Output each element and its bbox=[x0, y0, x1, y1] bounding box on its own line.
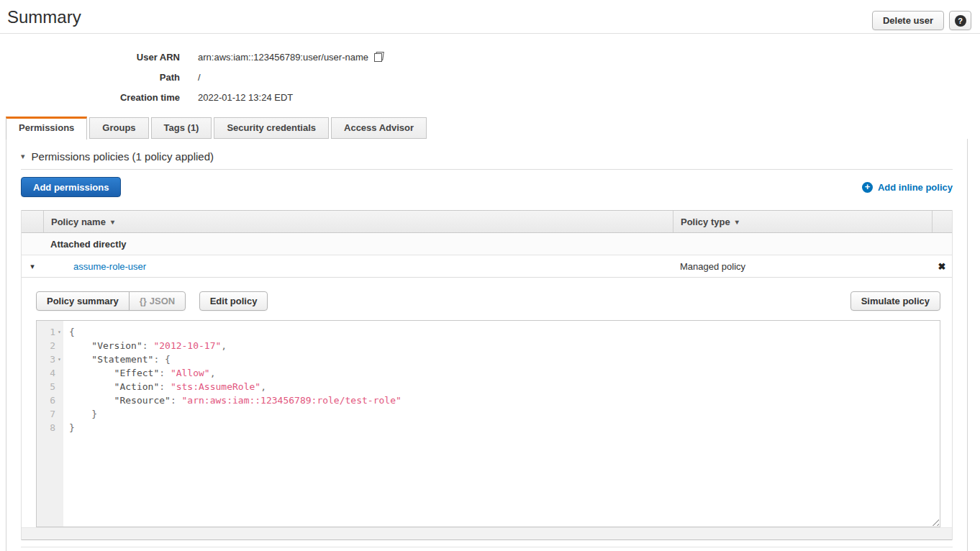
plus-circle-icon: + bbox=[862, 182, 873, 193]
code-line: "Resource": "arn:aws:iam::123456789:role… bbox=[69, 393, 940, 407]
help-icon: ? bbox=[955, 15, 966, 27]
delete-user-button[interactable]: Delete user bbox=[872, 11, 944, 30]
fold-caret-icon[interactable]: ▾ bbox=[55, 356, 63, 363]
section-bottom-divider bbox=[21, 547, 953, 547]
tab-tags[interactable]: Tags (1) bbox=[151, 117, 212, 139]
user-arn-label: User ARN bbox=[7, 52, 180, 63]
collapse-caret-icon: ▾ bbox=[21, 152, 25, 161]
editor-code-area: { "Version": "2012-10-17", "Statement": … bbox=[63, 321, 940, 527]
policies-toolbar: Add permissions + Add inline policy bbox=[21, 177, 953, 197]
code-line: "Statement": { bbox=[69, 352, 940, 366]
permissions-tab-panel: ▾ Permissions policies (1 policy applied… bbox=[6, 139, 968, 551]
tab-permissions[interactable]: Permissions bbox=[6, 117, 87, 140]
code-line: } bbox=[69, 407, 940, 421]
edit-policy-button[interactable]: Edit policy bbox=[199, 291, 268, 311]
policy-name-column-header[interactable]: Policy name ▾ bbox=[43, 211, 673, 232]
user-arn-value: arn:aws:iam::123456789:user/user-name bbox=[198, 52, 384, 63]
tab-security-credentials[interactable]: Security credentials bbox=[214, 117, 329, 139]
policy-type-column-header[interactable]: Policy type ▾ bbox=[673, 211, 932, 232]
page-title: Summary bbox=[7, 7, 81, 27]
json-code-editor[interactable]: 1▾ 2 3▾ 4 5 6 7 8 { "Version": "2012-10-… bbox=[36, 320, 940, 527]
creation-time-value: 2022-01-12 13:24 EDT bbox=[198, 92, 293, 103]
braces-icon: {} bbox=[140, 296, 147, 306]
simulate-policy-button[interactable]: Simulate policy bbox=[850, 291, 940, 311]
actions-column-header bbox=[932, 211, 952, 232]
add-inline-policy-link[interactable]: + Add inline policy bbox=[862, 182, 953, 193]
policy-name-link[interactable]: assume-role-user bbox=[43, 261, 673, 272]
expander-column-header bbox=[22, 211, 43, 232]
view-segmented-group: Policy summary {} JSON bbox=[36, 291, 186, 311]
copy-icon[interactable] bbox=[374, 52, 384, 62]
table-footer-strip bbox=[22, 527, 952, 540]
add-permissions-button[interactable]: Add permissions bbox=[21, 177, 121, 197]
detail-row-creation-time: Creation time 2022-01-12 13:24 EDT bbox=[7, 87, 980, 107]
attached-directly-group-row: Attached directly bbox=[22, 233, 952, 255]
code-line: "Action": "sts:AssumeRole", bbox=[69, 380, 940, 393]
policy-table: Policy name ▾ Policy type ▾ Attached dir… bbox=[21, 210, 953, 540]
detach-policy-icon[interactable]: ✖ bbox=[932, 261, 952, 272]
path-label: Path bbox=[7, 72, 180, 83]
code-line: { bbox=[69, 325, 940, 339]
policy-view-buttons: Policy summary {} JSON Edit policy bbox=[36, 291, 268, 311]
section-divider bbox=[21, 169, 953, 170]
help-button[interactable]: ? bbox=[949, 11, 971, 30]
policy-detail-toolbar: Policy summary {} JSON Edit policy Simul… bbox=[36, 291, 940, 311]
tab-groups[interactable]: Groups bbox=[89, 117, 148, 139]
policy-row: ▾ assume-role-user Managed policy ✖ bbox=[22, 255, 952, 278]
json-view-button[interactable]: {} JSON bbox=[129, 291, 186, 311]
code-line: "Effect": "Allow", bbox=[69, 366, 940, 380]
code-line: "Version": "2012-10-17", bbox=[69, 339, 940, 352]
creation-time-label: Creation time bbox=[7, 92, 180, 103]
header-actions: Delete user ? bbox=[872, 11, 971, 30]
permissions-policies-title: Permissions policies (1 policy applied) bbox=[32, 150, 214, 163]
policy-type-value: Managed policy bbox=[673, 261, 932, 272]
policy-summary-button[interactable]: Policy summary bbox=[36, 291, 130, 311]
code-line: } bbox=[69, 421, 940, 434]
policy-table-header: Policy name ▾ Policy type ▾ bbox=[22, 210, 952, 233]
path-value: / bbox=[198, 72, 201, 83]
tab-bar: Permissions Groups Tags (1) Security cre… bbox=[6, 117, 968, 139]
sort-caret-icon: ▾ bbox=[111, 218, 114, 226]
detail-row-path: Path / bbox=[7, 67, 980, 87]
row-expander-caret-icon[interactable]: ▾ bbox=[22, 262, 43, 271]
fold-caret-icon[interactable]: ▾ bbox=[55, 329, 63, 335]
permissions-policies-section-header[interactable]: ▾ Permissions policies (1 policy applied… bbox=[6, 139, 967, 163]
tab-access-advisor[interactable]: Access Advisor bbox=[331, 117, 427, 139]
page-header: Summary Delete user ? bbox=[0, 0, 980, 34]
policy-detail-expanded: Policy summary {} JSON Edit policy Simul… bbox=[22, 278, 952, 527]
editor-gutter: 1▾ 2 3▾ 4 5 6 7 8 bbox=[37, 321, 63, 527]
sort-caret-icon: ▾ bbox=[735, 218, 739, 226]
user-details: User ARN arn:aws:iam::123456789:user/use… bbox=[0, 34, 980, 107]
detail-row-user-arn: User ARN arn:aws:iam::123456789:user/use… bbox=[7, 47, 980, 67]
